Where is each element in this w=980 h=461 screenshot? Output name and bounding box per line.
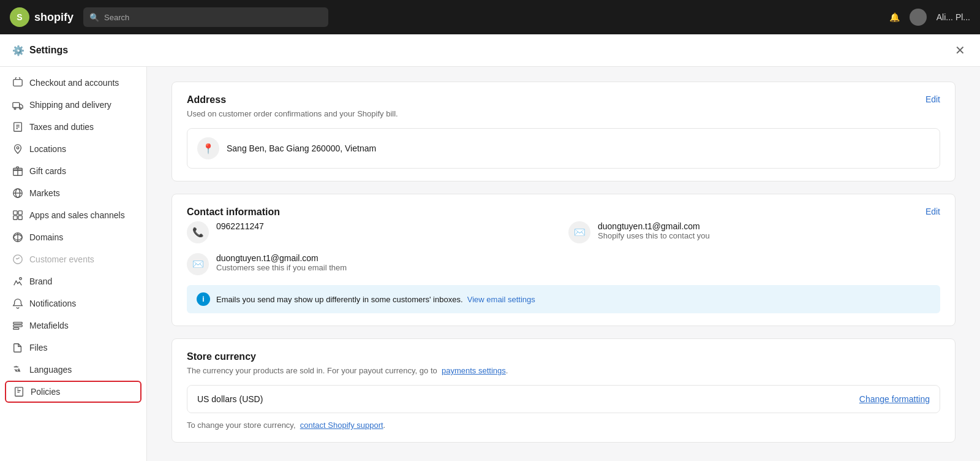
top-bar: S shopify 🔍 Search 🔔 Ali... Pl... xyxy=(0,0,980,34)
top-bar-left: S shopify 🔍 Search xyxy=(10,7,328,27)
avatar[interactable] xyxy=(910,9,927,26)
bell-icon[interactable]: 🔔 xyxy=(889,12,900,22)
shopify-logo-icon: S xyxy=(10,7,29,27)
search-placeholder: Search xyxy=(104,13,129,22)
logo-text: shopify xyxy=(34,11,74,24)
username: Ali... Pl... xyxy=(937,12,970,22)
search-icon: 🔍 xyxy=(89,13,99,22)
logo: S shopify xyxy=(10,7,74,27)
top-bar-right: 🔔 Ali... Pl... xyxy=(889,9,970,26)
search-bar[interactable]: 🔍 Search xyxy=(83,7,328,27)
